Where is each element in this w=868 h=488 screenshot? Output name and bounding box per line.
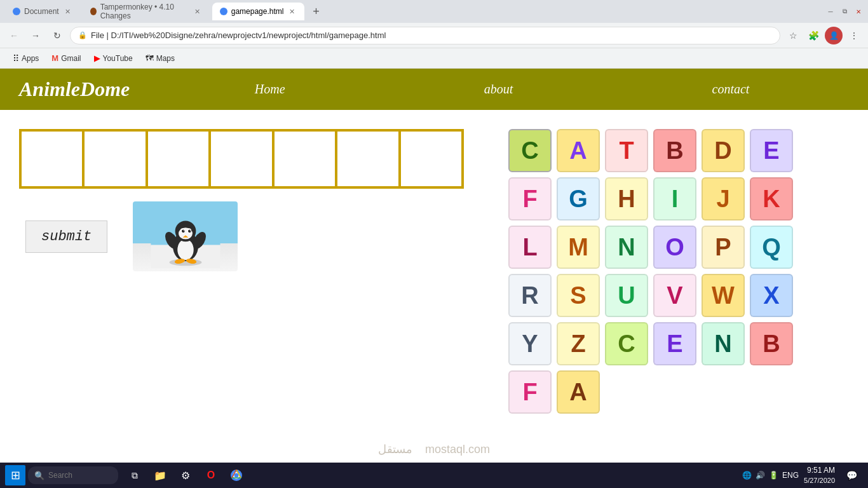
- tab-label-tampermonkey: Tampermonkey • 4.10 Changes: [100, 3, 189, 20]
- letter-tile-F1[interactable]: F: [508, 177, 552, 220]
- file-explorer-button[interactable]: 📁: [149, 464, 172, 487]
- letter-tile-X[interactable]: X: [750, 274, 793, 317]
- letter-tile-B2[interactable]: B: [750, 322, 793, 365]
- letter-tile-O[interactable]: O: [653, 226, 696, 269]
- letter-tile-T[interactable]: T: [605, 129, 648, 172]
- bookmark-gmail-label: Gmail: [61, 54, 81, 63]
- close-button[interactable]: ✕: [854, 7, 863, 16]
- letter-tile-E1[interactable]: E: [750, 129, 793, 172]
- letter-tile-V[interactable]: V: [653, 274, 696, 317]
- gmail-icon: M: [51, 53, 58, 63]
- letter-row-4: R S U V W X: [508, 274, 855, 317]
- tab-tampermonkey[interactable]: Tampermonkey • 4.10 Changes ✕: [83, 3, 210, 20]
- network-icon: 🌐: [742, 471, 752, 480]
- letter-tile-G[interactable]: G: [557, 177, 600, 220]
- task-view-button[interactable]: ⧉: [123, 464, 146, 487]
- taskbar-search-input[interactable]: [48, 471, 112, 480]
- letter-tile-Y[interactable]: Y: [508, 322, 552, 365]
- bookmark-apps[interactable]: ⠿ Apps: [8, 51, 44, 65]
- answer-cell-1[interactable]: [20, 130, 83, 187]
- letter-tile-C2[interactable]: C: [605, 322, 648, 365]
- penguin-svg: [147, 205, 224, 268]
- letter-tile-L[interactable]: L: [508, 226, 552, 269]
- tab-close-gamepage[interactable]: ✕: [287, 7, 297, 17]
- letter-tile-F2[interactable]: F: [508, 370, 552, 414]
- bookmark-gmail[interactable]: M Gmail: [46, 51, 86, 65]
- browser-titlebar: Document ✕ Tampermonkey • 4.10 Changes ✕…: [0, 0, 868, 23]
- letter-row-6: F A: [508, 370, 855, 414]
- address-text: File | D:/ITI/web%20Disigne/zehra/newpro…: [91, 30, 386, 40]
- taskbar-clock: 9:51 AM 5/27/2020: [804, 466, 835, 485]
- forward-button[interactable]: →: [27, 27, 44, 44]
- answer-cell-2[interactable]: [83, 130, 146, 187]
- letter-tile-Z[interactable]: Z: [557, 322, 600, 365]
- letter-tile-M[interactable]: M: [557, 226, 600, 269]
- letter-tile-D[interactable]: D: [702, 129, 745, 172]
- reload-button[interactable]: ↻: [48, 27, 66, 44]
- answer-cell-6[interactable]: [336, 130, 399, 187]
- letter-tile-Q[interactable]: Q: [750, 226, 793, 269]
- letter-tile-H[interactable]: H: [605, 177, 648, 220]
- letter-tile-P[interactable]: P: [702, 226, 745, 269]
- restore-button[interactable]: ⧉: [840, 7, 849, 16]
- letter-tile-R[interactable]: R: [508, 274, 552, 317]
- letter-tile-N2[interactable]: N: [702, 322, 745, 365]
- secure-icon: 🔒: [78, 31, 87, 39]
- letter-tile-J[interactable]: J: [702, 177, 745, 220]
- tab-close-document[interactable]: ✕: [63, 7, 72, 17]
- tab-gamepage[interactable]: gamepage.html ✕: [212, 3, 305, 20]
- clock-time: 9:51 AM: [804, 466, 835, 476]
- menu-icon[interactable]: ⋮: [845, 27, 863, 44]
- site-logo: AnimleDome: [19, 78, 130, 101]
- tab-favicon-document: [13, 8, 20, 15]
- tab-document[interactable]: Document ✕: [5, 3, 80, 20]
- toolbar-actions: ☆ 🧩 👤 ⋮: [784, 27, 863, 44]
- letter-tile-S[interactable]: S: [557, 274, 600, 317]
- bookmark-star-icon[interactable]: ☆: [784, 27, 802, 44]
- tab-close-tampermonkey[interactable]: ✕: [193, 7, 202, 17]
- back-button[interactable]: ←: [5, 27, 23, 44]
- answer-cell-7[interactable]: [400, 130, 463, 187]
- letter-tile-A2[interactable]: A: [557, 370, 600, 414]
- opera-button[interactable]: O: [200, 464, 222, 487]
- taskbar: ⊞ 🔍 ⧉ 📁 ⚙ O 🌐: [0, 463, 868, 488]
- bookmark-apps-label: Apps: [22, 54, 39, 63]
- letter-tile-W[interactable]: W: [702, 274, 745, 317]
- letter-tile-K[interactable]: K: [750, 177, 793, 220]
- page-content: AnimleDome Home about contact: [0, 69, 868, 463]
- notification-icon[interactable]: 💬: [840, 464, 863, 487]
- letter-tile-E2[interactable]: E: [653, 322, 696, 365]
- start-button[interactable]: ⊞: [5, 465, 25, 485]
- letter-tile-I[interactable]: I: [653, 177, 696, 220]
- letter-tile-B1[interactable]: B: [653, 129, 696, 172]
- nav-home[interactable]: Home: [255, 82, 285, 96]
- settings-button[interactable]: ⚙: [174, 464, 197, 487]
- bookmark-maps[interactable]: 🗺 Maps: [140, 51, 180, 65]
- address-bar[interactable]: 🔒 File | D:/ITI/web%20Disigne/zehra/newp…: [70, 27, 780, 44]
- letter-tile-C1[interactable]: C: [508, 129, 552, 172]
- new-tab-button[interactable]: +: [307, 3, 325, 20]
- bookmark-youtube-label: YouTube: [103, 54, 133, 63]
- answer-cell-4[interactable]: [210, 130, 273, 187]
- bookmark-youtube[interactable]: ▶ YouTube: [89, 51, 138, 65]
- submit-button[interactable]: submit: [25, 220, 107, 253]
- letter-tile-A1[interactable]: A: [557, 129, 600, 172]
- chrome-button[interactable]: [225, 464, 248, 487]
- nav-contact[interactable]: contact: [712, 82, 750, 96]
- taskbar-right: 🌐 🔊 🔋 ENG 9:51 AM 5/27/2020 💬: [742, 464, 863, 487]
- youtube-icon: ▶: [94, 53, 100, 63]
- nav-about[interactable]: about: [484, 82, 513, 96]
- letter-row-5: Y Z C E N B: [508, 322, 855, 365]
- avatar-icon[interactable]: 👤: [825, 27, 843, 44]
- answer-cell-5[interactable]: [273, 130, 336, 187]
- taskbar-sys-icons: 🌐 🔊 🔋 ENG: [742, 471, 799, 480]
- answer-grid: [19, 129, 464, 189]
- extension-icon[interactable]: 🧩: [804, 27, 822, 44]
- answer-cell-3[interactable]: [147, 130, 210, 187]
- letter-tile-U[interactable]: U: [605, 274, 648, 317]
- clock-date: 5/27/2020: [804, 476, 835, 485]
- taskbar-search[interactable]: 🔍: [28, 466, 118, 484]
- minimize-button[interactable]: ─: [826, 7, 835, 16]
- apps-icon: ⠿: [13, 53, 19, 64]
- letter-tile-N1[interactable]: N: [605, 226, 648, 269]
